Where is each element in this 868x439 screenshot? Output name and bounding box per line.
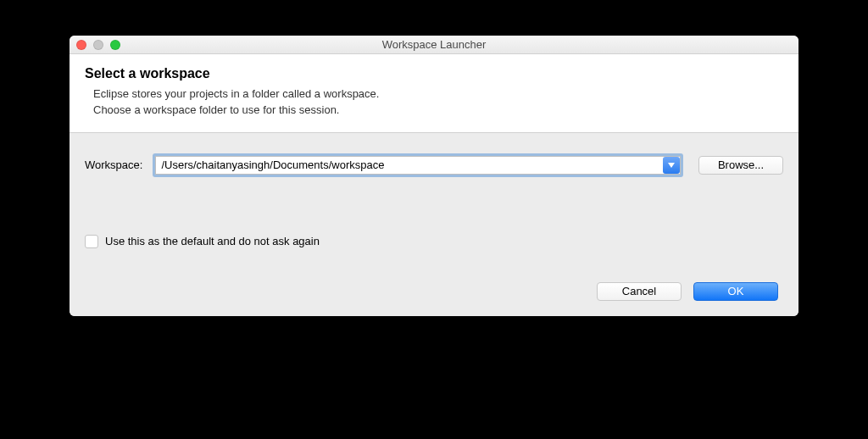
header-section: Select a workspace Eclipse stores your p…: [70, 54, 798, 133]
chevron-down-icon[interactable]: [663, 157, 680, 174]
cancel-button[interactable]: Cancel: [597, 282, 682, 301]
workspace-label: Workspace:: [85, 158, 142, 171]
workspace-row: Workspace: Browse...: [85, 153, 783, 177]
browse-button[interactable]: Browse...: [698, 156, 783, 175]
traffic-lights: [76, 40, 120, 50]
default-checkbox-row: Use this as the default and do not ask a…: [85, 235, 783, 248]
dialog-heading: Select a workspace: [85, 66, 783, 81]
description-line-2: Choose a workspace folder to use for thi…: [93, 103, 783, 119]
minimize-icon: [93, 40, 103, 50]
button-row: Cancel OK: [85, 282, 783, 301]
maximize-icon[interactable]: [110, 40, 120, 50]
workspace-combobox[interactable]: [153, 153, 683, 177]
default-checkbox-label: Use this as the default and do not ask a…: [105, 235, 320, 247]
close-icon[interactable]: [76, 40, 86, 50]
workspace-launcher-dialog: Workspace Launcher Select a workspace Ec…: [70, 36, 798, 316]
window-title: Workspace Launcher: [70, 38, 798, 51]
workspace-input[interactable]: [155, 156, 681, 175]
default-checkbox[interactable]: [85, 235, 98, 248]
dialog-description: Eclipse stores your projects in a folder…: [85, 86, 783, 119]
body-section: Workspace: Browse... Use this as the def…: [70, 133, 798, 316]
titlebar: Workspace Launcher: [70, 36, 798, 54]
ok-button[interactable]: OK: [693, 282, 778, 301]
description-line-1: Eclipse stores your projects in a folder…: [93, 86, 783, 103]
